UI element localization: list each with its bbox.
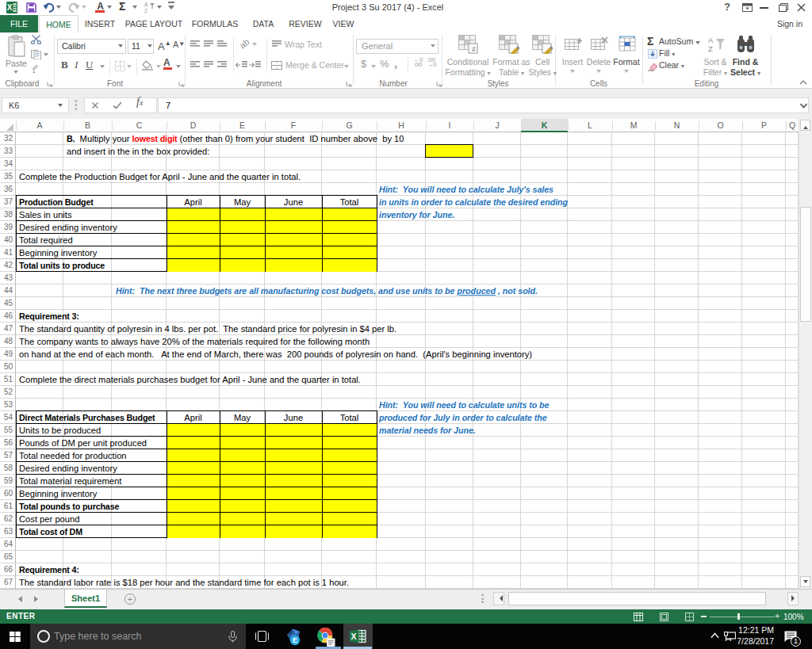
svg-text:E: E [293, 636, 297, 644]
svg-text:A: A [708, 36, 714, 44]
svg-text:X: X [350, 632, 356, 641]
svg-text:Z: Z [708, 44, 713, 53]
